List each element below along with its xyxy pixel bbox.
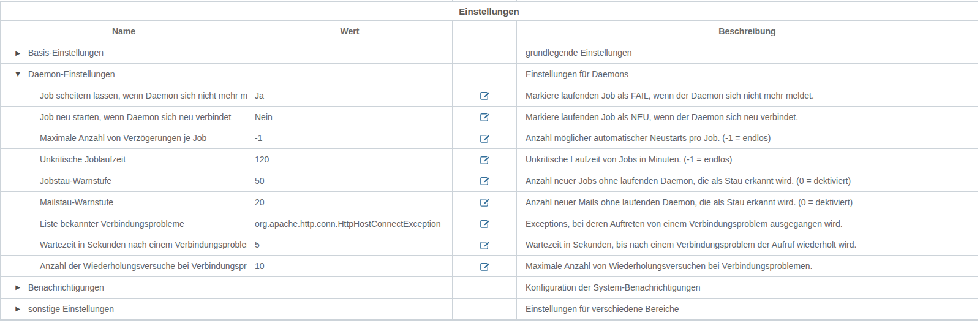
name-cell: Maximale Anzahl von Verzögerungen je Job xyxy=(1,127,247,148)
setting-row: Maximale Anzahl von Verzögerungen je Job… xyxy=(1,127,978,149)
description-cell: Anzahl neuer Mails ohne laufenden Daemon… xyxy=(517,192,978,213)
description-cell: Konfiguration der System-Benachrichtigun… xyxy=(517,277,978,298)
setting-row: Liste bekannter Verbindungsproblemeorg.a… xyxy=(1,213,978,235)
description-cell: Einstellungen für verschiedene Bereiche xyxy=(517,299,978,319)
group-row[interactable]: ▶Basis-Einstellungengrundlegende Einstel… xyxy=(1,42,978,64)
column-header-beschreibung: Beschreibung xyxy=(517,21,978,42)
description-cell: grundlegende Einstellungen xyxy=(517,42,978,63)
action-cell xyxy=(453,192,517,213)
action-cell xyxy=(453,149,517,170)
edit-button[interactable] xyxy=(479,90,490,101)
setting-value: 10 xyxy=(255,261,265,271)
group-row[interactable]: ▼Daemon-EinstellungenEinstellungen für D… xyxy=(1,64,978,85)
name-cell: ▶Benachrichtigungen xyxy=(1,277,247,298)
name-cell: ▼Daemon-Einstellungen xyxy=(1,64,247,85)
group-name-label: Benachrichtigungen xyxy=(28,283,104,292)
column-header-wert: Wert xyxy=(247,21,453,42)
action-cell xyxy=(453,277,517,298)
action-cell xyxy=(453,107,517,127)
edit-pen-square-icon xyxy=(480,261,490,272)
collapse-arrow-icon[interactable]: ▼ xyxy=(14,70,21,77)
table-title: Einstellungen xyxy=(1,2,978,21)
setting-row: Job scheitern lassen, wenn Daemon sich n… xyxy=(1,85,978,107)
group-name-label: Daemon-Einstellungen xyxy=(28,69,115,79)
edit-button[interactable] xyxy=(479,154,490,165)
description-cell: Markiere laufenden Job als FAIL, wenn de… xyxy=(517,85,978,106)
group-name-label: sonstige Einstellungen xyxy=(28,304,114,314)
action-cell xyxy=(453,85,517,106)
value-cell xyxy=(247,64,453,85)
setting-name-label: Liste bekannter Verbindungsprobleme xyxy=(40,219,184,229)
setting-row: Wartezeit in Sekunden nach einem Verbind… xyxy=(1,234,978,256)
setting-name-label: Anzahl der Wiederholungsversuche bei Ver… xyxy=(40,261,247,271)
setting-row: Anzahl der Wiederholungsversuche bei Ver… xyxy=(1,256,978,277)
name-cell: Unkritische Joblaufzeit xyxy=(1,149,247,170)
edit-button[interactable] xyxy=(479,197,490,208)
settings-table-body: ▶Basis-Einstellungengrundlegende Einstel… xyxy=(1,42,978,319)
edit-pen-square-icon xyxy=(480,197,490,207)
settings-table: Einstellungen Name Wert Beschreibung ▶Ba… xyxy=(0,1,978,321)
group-row[interactable]: ▶BenachrichtigungenKonfiguration der Sys… xyxy=(1,277,978,299)
edit-pen-square-icon xyxy=(480,154,490,165)
edit-button[interactable] xyxy=(479,261,490,272)
name-cell: Anzahl der Wiederholungsversuche bei Ver… xyxy=(1,256,247,276)
value-cell xyxy=(247,277,453,298)
column-header-name: Name xyxy=(1,21,247,42)
setting-value: Ja xyxy=(255,91,264,101)
description-cell: Anzahl neuer Jobs ohne laufenden Daemon,… xyxy=(517,170,978,191)
table-header-row: Name Wert Beschreibung xyxy=(1,21,978,42)
name-cell: Job scheitern lassen, wenn Daemon sich n… xyxy=(1,85,247,106)
setting-value: 20 xyxy=(255,197,265,207)
setting-description: Markiere laufenden Job als FAIL, wenn de… xyxy=(526,91,814,101)
setting-description: Einstellungen für Daemons xyxy=(526,69,628,79)
description-cell: Exceptions, bei deren Auftreten von eine… xyxy=(517,213,978,234)
name-cell: Mailstau-Warnstufe xyxy=(1,192,247,213)
setting-name-label: Maximale Anzahl von Verzögerungen je Job xyxy=(40,133,206,143)
value-cell: Ja xyxy=(247,85,453,106)
expand-arrow-icon[interactable]: ▶ xyxy=(14,305,21,312)
edit-button[interactable] xyxy=(479,218,490,229)
edit-button[interactable] xyxy=(479,132,490,143)
description-cell: Unkritische Laufzeit von Jobs in Minuten… xyxy=(517,149,978,170)
setting-row: Jobstau-Warnstufe50Anzahl neuer Jobs ohn… xyxy=(1,170,978,192)
edit-pen-square-icon xyxy=(480,133,490,143)
edit-button[interactable] xyxy=(479,112,490,123)
edit-button[interactable] xyxy=(479,175,490,186)
setting-value: org.apache.http.conn.HttpHostConnectExce… xyxy=(255,219,441,229)
setting-description: grundlegende Einstellungen xyxy=(526,48,632,58)
setting-description: Maximale Anzahl von Wiederholungsversuch… xyxy=(526,261,813,271)
value-cell: 120 xyxy=(247,149,453,170)
action-cell xyxy=(453,127,517,148)
action-cell xyxy=(453,299,517,319)
description-cell: Anzahl möglicher automatischer Neustarts… xyxy=(517,127,978,148)
setting-name-label: Jobstau-Warnstufe xyxy=(40,176,111,186)
description-cell: Maximale Anzahl von Wiederholungsversuch… xyxy=(517,256,978,276)
setting-value: 120 xyxy=(255,154,269,164)
name-cell: ▶Basis-Einstellungen xyxy=(1,42,247,63)
name-cell: Jobstau-Warnstufe xyxy=(1,170,247,191)
setting-description: Exceptions, bei deren Auftreten von eine… xyxy=(526,219,843,229)
setting-description: Anzahl möglicher automatischer Neustarts… xyxy=(526,133,771,143)
setting-description: Unkritische Laufzeit von Jobs in Minuten… xyxy=(526,154,732,164)
setting-value: Nein xyxy=(255,112,273,122)
name-cell: ▶sonstige Einstellungen xyxy=(1,299,247,319)
value-cell xyxy=(247,42,453,63)
action-cell xyxy=(453,170,517,191)
setting-description: Markiere laufenden Job als NEU, wenn der… xyxy=(526,112,798,122)
edit-button[interactable] xyxy=(479,239,490,250)
edit-pen-square-icon xyxy=(480,240,490,250)
action-cell xyxy=(453,213,517,234)
edit-pen-square-icon xyxy=(480,90,490,101)
expand-arrow-icon[interactable]: ▶ xyxy=(14,284,21,291)
setting-row: Mailstau-Warnstufe20Anzahl neuer Mails o… xyxy=(1,192,978,213)
group-row[interactable]: ▶sonstige EinstellungenEinstellungen für… xyxy=(1,299,978,320)
expand-arrow-icon[interactable]: ▶ xyxy=(14,50,21,56)
setting-name-label: Mailstau-Warnstufe xyxy=(40,197,113,207)
value-cell xyxy=(247,299,453,319)
name-cell: Job neu starten, wenn Daemon sich neu ve… xyxy=(1,107,247,127)
value-cell: 50 xyxy=(247,170,453,191)
action-cell xyxy=(453,256,517,276)
group-name-label: Basis-Einstellungen xyxy=(28,48,104,58)
description-cell: Einstellungen für Daemons xyxy=(517,64,978,85)
value-cell: org.apache.http.conn.HttpHostConnectExce… xyxy=(247,213,453,234)
